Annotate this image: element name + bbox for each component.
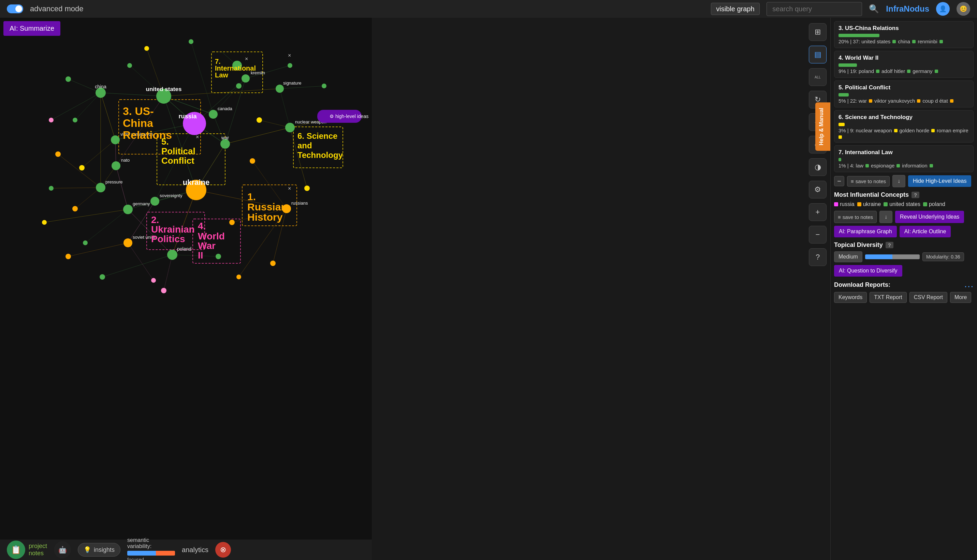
svg-text:History: History <box>247 212 283 223</box>
help-manual-tab[interactable]: Help & Manual <box>815 102 830 151</box>
svg-text:russians: russians <box>291 200 308 206</box>
svg-text:Conflict: Conflict <box>161 155 195 166</box>
svg-point-93 <box>237 275 241 279</box>
reveal-ideas-button[interactable]: Reveal Underlying Ideas <box>895 211 964 223</box>
topic-item-5: 5. Political Conflict 5% | 22: war vikto… <box>834 80 974 107</box>
svg-text:×: × <box>288 53 291 58</box>
most-influential-section: Most Influential Concepts ? russia ukrai… <box>834 191 974 237</box>
contrast-button[interactable]: ◑ <box>809 158 827 176</box>
topic-bar-5 <box>839 93 849 97</box>
save-notes-button[interactable]: ≡save to notes <box>847 176 890 187</box>
download-csv-button[interactable]: CSV Report <box>909 292 947 303</box>
svg-line-51 <box>128 243 153 280</box>
right-panel: 3. US-China Relations 20% | 37: united s… <box>830 18 977 560</box>
svg-point-80 <box>73 118 77 122</box>
layers-button[interactable]: ⊞ <box>809 23 827 41</box>
gear-button[interactable]: ⚙ <box>809 181 827 198</box>
topical-diversity-title: Topical Diversity ? <box>834 242 974 248</box>
node-sovereignty <box>150 197 159 206</box>
node-viktor-yanukovych <box>111 135 120 144</box>
svg-text:pressure: pressure <box>105 179 123 185</box>
share-icon[interactable]: ⋯ <box>964 281 974 292</box>
help-button[interactable]: ? <box>809 248 827 266</box>
svg-line-50 <box>164 255 172 290</box>
svg-text:China: China <box>123 117 153 129</box>
sem-var-bar <box>127 551 175 555</box>
svg-text:Technology: Technology <box>297 150 343 160</box>
svg-text:canada: canada <box>218 106 232 111</box>
save-notes-concepts-button[interactable]: ≡save to notes <box>834 211 877 223</box>
topic-header-3: 3. US-China Relations <box>839 25 969 32</box>
topic-keywords-5: 5% | 22: war viktor yanukovych coup d ét… <box>839 98 969 104</box>
search-button[interactable]: 🔍 <box>869 4 879 13</box>
ai-paraphrase-button[interactable]: AI: Paraphrase Graph <box>834 226 897 237</box>
svg-point-91 <box>216 254 221 259</box>
topic-bar-6 <box>839 123 845 126</box>
bar-chart-button[interactable]: ▤ <box>809 46 827 63</box>
svg-line-23 <box>51 188 101 188</box>
search-input[interactable] <box>767 2 862 16</box>
svg-text:Political: Political <box>161 146 195 156</box>
minus-button[interactable]: − <box>834 176 844 186</box>
graph-scope-select[interactable]: visible graph <box>711 3 760 15</box>
insights-button[interactable]: 💡 insights <box>78 543 120 557</box>
topic-header-6: 6. Science and Technology <box>839 114 969 121</box>
zoom-in-button[interactable]: + <box>809 203 827 221</box>
svg-text:sovereignty: sovereignty <box>160 193 182 198</box>
sem-var-status: focused <box>127 557 175 560</box>
network-graph[interactable]: × × × × × <box>0 18 372 560</box>
diversity-bar <box>865 254 920 259</box>
svg-line-36 <box>225 78 246 144</box>
svg-line-44 <box>191 42 213 114</box>
download-txt-button[interactable]: TXT Report <box>870 292 906 303</box>
svg-text:International: International <box>215 65 256 72</box>
svg-text:Ukrainian: Ukrainian <box>151 224 195 235</box>
topic-keywords-6: 3% | 9: nuclear weapon golden horde roma… <box>839 128 969 139</box>
download-arrow-button[interactable]: ↓ <box>892 175 905 187</box>
svg-point-74 <box>257 117 262 123</box>
ai-article-button[interactable]: AI: Article Outline <box>900 226 951 237</box>
topic-keywords-4: 9% | 19: poland adolf hitler germany <box>839 68 969 74</box>
svg-text:signature: signature <box>283 80 301 86</box>
diversity-question-badge[interactable]: ? <box>885 242 894 248</box>
user-avatar[interactable]: 👤 <box>936 2 950 16</box>
svg-point-82 <box>250 158 255 164</box>
analytics-button[interactable]: analytics <box>182 546 208 554</box>
download-more-button[interactable]: More <box>950 292 971 303</box>
svg-line-52 <box>85 209 128 243</box>
project-notes-button[interactable]: 📋 project notes <box>7 540 47 559</box>
insights-icon: 💡 <box>83 546 91 553</box>
svg-line-53 <box>75 188 101 209</box>
close-button[interactable]: ⊗ <box>215 542 231 558</box>
topic-header-5: 5. Political Conflict <box>839 84 969 91</box>
ai-icon-button[interactable]: 🤖 <box>54 541 71 558</box>
svg-line-24 <box>44 209 128 222</box>
hide-ideas-button[interactable]: Hide High-Level Ideas <box>908 175 971 187</box>
svg-point-85 <box>42 220 47 225</box>
download-title: Download Reports: <box>834 282 890 288</box>
graph-area: AI: Summarize <box>0 18 372 560</box>
svg-text:china: china <box>95 84 107 89</box>
download-concepts-button[interactable]: ↓ <box>879 211 892 223</box>
svg-point-84 <box>72 206 78 212</box>
svg-line-2 <box>164 96 213 114</box>
concept-tags: russia ukraine united states poland <box>834 201 974 207</box>
ai-question-diversity-button[interactable]: AI: Question to Diversify <box>834 265 902 277</box>
svg-line-55 <box>75 93 101 120</box>
ai-summarize-button[interactable]: AI: Summarize <box>3 21 60 36</box>
all-label-button[interactable]: ALL <box>809 68 827 86</box>
question-badge[interactable]: ? <box>912 192 919 198</box>
svg-text:Law: Law <box>215 71 228 79</box>
svg-text:3. US-: 3. US- <box>123 105 154 117</box>
svg-line-39 <box>280 89 290 128</box>
svg-text:×: × <box>245 56 248 62</box>
topics-section: 3. US-China Relations 20% | 37: united s… <box>834 21 974 187</box>
svg-text:World: World <box>198 231 225 242</box>
settings-avatar[interactable]: 😊 <box>957 2 970 16</box>
zoom-out-button[interactable]: − <box>809 226 827 243</box>
download-keywords-button[interactable]: Keywords <box>834 292 867 303</box>
svg-text:⚙ high-level ideas: ⚙ high-level ideas <box>330 113 368 119</box>
advanced-mode-toggle[interactable] <box>7 5 23 13</box>
most-influential-title: Most Influential Concepts ? <box>834 191 974 198</box>
sem-var-label: semantic variability: <box>127 537 175 550</box>
